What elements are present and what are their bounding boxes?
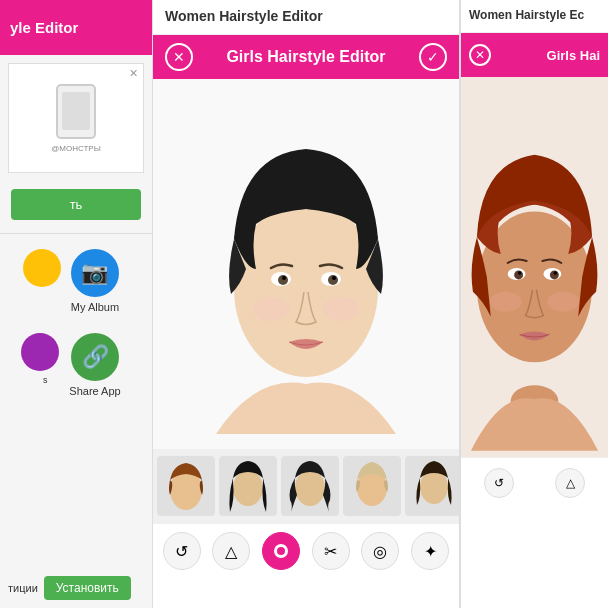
hair-thumb-5[interactable]: [405, 456, 459, 516]
svg-point-12: [295, 470, 325, 506]
effects-btn[interactable]: ✦: [411, 532, 449, 570]
left-panel-header: yle Editor: [0, 0, 152, 55]
svg-point-9: [332, 276, 336, 280]
album-icon: 📷: [71, 249, 119, 297]
flip-btn[interactable]: △: [212, 532, 250, 570]
share-label: Share App: [69, 385, 120, 397]
color-icon: [272, 542, 290, 560]
svg-point-17: [277, 547, 285, 555]
svg-point-3: [323, 297, 359, 321]
album-label: My Album: [71, 301, 119, 313]
middle-panel: Women Hairstyle Editor ✕ Girls Hairstyle…: [152, 0, 460, 608]
icon-item-album[interactable]: 📷 My Album: [71, 249, 119, 313]
face-container: [153, 79, 459, 449]
svg-point-1: [234, 201, 378, 377]
hairstyle-row: [153, 449, 459, 523]
right-app-header: Women Hairstyle Ec: [461, 0, 608, 33]
tool-bar: ↺ △ ✂ ◎ ✦: [153, 523, 459, 578]
right-close-btn[interactable]: ✕: [469, 44, 491, 66]
icon-item-partial: [33, 249, 61, 313]
right-face-svg: [461, 82, 608, 452]
svg-point-11: [233, 470, 263, 506]
svg-point-8: [282, 276, 286, 280]
right-sub-header: ✕ Girls Hai: [461, 33, 608, 77]
hair-thumb-2[interactable]: [219, 456, 277, 516]
right-flip-btn[interactable]: △: [555, 468, 585, 498]
install-text: тиции: [8, 582, 38, 594]
hair-thumb-4[interactable]: [343, 456, 401, 516]
ad-close-icon[interactable]: ✕: [129, 67, 138, 80]
face-svg: [196, 94, 416, 434]
partial-label: s: [43, 375, 48, 385]
hair-thumb-svg-5: [409, 460, 459, 512]
ad-phone-screen: [62, 92, 90, 130]
right-panel: Women Hairstyle Ec ✕ Girls Hai: [460, 0, 608, 608]
ad-banner: ✕ @МОНСТРЫ: [8, 63, 144, 173]
svg-point-27: [554, 271, 558, 275]
hair-thumb-svg-1: [161, 460, 211, 512]
hair-thumb-svg-2: [223, 460, 273, 512]
hair-thumb-svg-4: [347, 460, 397, 512]
middle-close-btn[interactable]: ✕: [165, 43, 193, 71]
svg-point-2: [253, 297, 289, 321]
icon-item-share[interactable]: 🔗 Share App: [69, 333, 120, 397]
install-button[interactable]: Установить: [44, 576, 131, 600]
ad-description: @МОНСТРЫ: [51, 144, 101, 153]
middle-sub-header: ✕ Girls Hairstyle Editor ✓: [153, 35, 459, 79]
scissors-btn[interactable]: ✂: [312, 532, 350, 570]
hair-thumb-1[interactable]: [157, 456, 215, 516]
middle-app-title: Women Hairstyle Editor: [165, 8, 447, 24]
share-icon: 🔗: [71, 333, 119, 381]
hair-thumb-svg-3: [285, 460, 335, 512]
divider-1: [0, 233, 152, 234]
ad-install-btn[interactable]: ть: [11, 189, 141, 220]
right-app-title: Women Hairstyle Ec: [469, 8, 600, 22]
right-face-container: [461, 77, 608, 457]
yellow-icon: [23, 249, 61, 287]
install-bar: тиции Установить: [0, 568, 152, 608]
ad-button-container: ть: [0, 181, 152, 228]
right-sub-title: Girls Hai: [547, 48, 600, 63]
middle-sub-title: Girls Hairstyle Editor: [226, 48, 385, 66]
left-panel: yle Editor ✕ @МОНСТРЫ ть 📷 My Album s 🔗 …: [0, 0, 152, 608]
icon-grid-2: s 🔗 Share App: [0, 323, 152, 407]
right-undo-btn[interactable]: ↺: [484, 468, 514, 498]
color-btn[interactable]: [262, 532, 300, 570]
ad-phone-graphic: [56, 84, 96, 139]
left-panel-title: yle Editor: [10, 19, 78, 36]
middle-check-btn[interactable]: ✓: [419, 43, 447, 71]
purple-icon: [21, 333, 59, 371]
svg-point-21: [547, 292, 579, 312]
right-tool-bar: ↺ △: [461, 457, 608, 507]
hair-thumb-3[interactable]: [281, 456, 339, 516]
icon-grid: 📷 My Album: [0, 239, 152, 323]
svg-point-20: [490, 292, 522, 312]
glasses-btn[interactable]: ◎: [361, 532, 399, 570]
middle-app-header: Women Hairstyle Editor: [153, 0, 459, 35]
icon-item-partial-2: s: [31, 333, 59, 397]
undo-btn[interactable]: ↺: [163, 532, 201, 570]
svg-point-26: [518, 271, 522, 275]
